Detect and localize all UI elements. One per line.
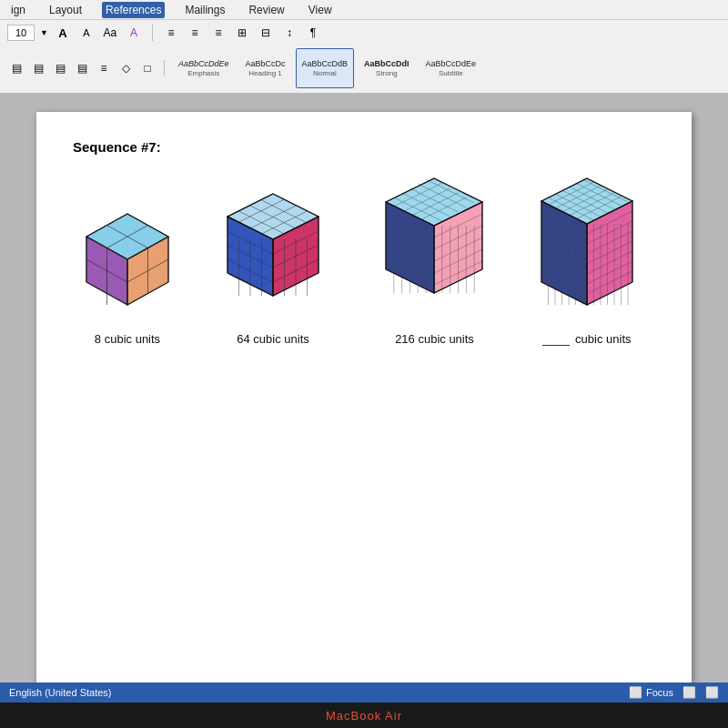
- focus-label: Focus: [646, 687, 673, 698]
- style-normal-preview: AaBbCcDdB: [302, 59, 349, 68]
- list-bullets-btn[interactable]: ≡: [162, 24, 180, 42]
- menu-references[interactable]: References: [102, 2, 165, 18]
- style-subtitle-label: Subtitle: [439, 69, 463, 77]
- menu-layout[interactable]: Layout: [46, 2, 86, 18]
- cubes-row: 8 cubic units: [73, 173, 655, 346]
- font-grow-btn[interactable]: A: [54, 24, 72, 42]
- focus-icon: ⬜: [629, 686, 642, 699]
- cube-label-3: 216 cubic units: [395, 332, 474, 346]
- document-area: Sequence #7:: [0, 94, 728, 682]
- shading-btn[interactable]: ◇: [116, 59, 135, 77]
- menu-ign[interactable]: ign: [7, 2, 29, 18]
- document-page: Sequence #7:: [36, 112, 692, 682]
- sep2: [164, 60, 165, 76]
- status-bar: English (United States) ⬜ Focus ⬜ ⬜: [0, 682, 728, 703]
- font-shrink-btn[interactable]: A: [77, 24, 96, 42]
- macbook-bar: MacBook Air: [0, 703, 728, 728]
- cube-svg-4: [532, 173, 642, 323]
- list-style-btn[interactable]: ≡: [95, 59, 113, 77]
- styles-row: ▤ ▤ ▤ ▤ ≡ ◇ □ AaBbCcDdEe Emphasis AaBbCc…: [0, 46, 728, 93]
- style-strong-preview: AaBbCcDdI: [364, 59, 410, 68]
- style-emphasis-preview: AaBbCcDdEe: [178, 59, 229, 68]
- macbook-label: MacBook Air: [326, 709, 402, 723]
- style-emphasis[interactable]: AaBbCcDdEe Emphasis: [172, 48, 236, 88]
- menu-review[interactable]: Review: [245, 2, 288, 18]
- borders-btn[interactable]: □: [138, 59, 157, 77]
- sort-btn[interactable]: ↕: [280, 24, 298, 42]
- style-heading1-label: Heading 1: [248, 69, 281, 77]
- zoom-icon[interactable]: ⬜: [705, 686, 719, 699]
- style-strong[interactable]: AaBbCcDdI Strong: [358, 48, 416, 88]
- menu-view[interactable]: View: [305, 2, 336, 18]
- cube-label-2: 64 cubic units: [237, 332, 309, 346]
- cubic-units-text: cubic units: [575, 332, 631, 346]
- cube-label-4: cubic units: [542, 332, 631, 346]
- status-language: English (United States): [9, 687, 112, 698]
- list-indent-btn[interactable]: ≡: [209, 24, 228, 42]
- font-size-box[interactable]: 10: [7, 25, 35, 41]
- cube-item-3: 216 cubic units: [364, 173, 505, 346]
- font-size-caret[interactable]: ▼: [40, 28, 48, 37]
- menu-bar: ign Layout References Mailings Review Vi…: [0, 0, 728, 20]
- cube-item-1: 8 cubic units: [73, 205, 182, 346]
- font-clear-btn[interactable]: A: [125, 24, 143, 42]
- style-emphasis-label: Emphasis: [187, 69, 219, 77]
- align-right-btn[interactable]: ▤: [51, 59, 69, 77]
- style-normal[interactable]: AaBbCcDdB Normal: [296, 48, 355, 88]
- style-subtitle[interactable]: AaBbCcDdEe Subtitle: [420, 48, 483, 88]
- cube-svg-3: [364, 173, 505, 323]
- style-normal-label: Normal: [313, 69, 337, 77]
- pilcrow-btn[interactable]: ¶: [304, 24, 322, 42]
- focus-button[interactable]: ⬜ Focus: [629, 686, 673, 699]
- cube-svg-2: [209, 187, 337, 323]
- page-view-icon[interactable]: ⬜: [682, 686, 696, 699]
- cube-item-4: cubic units: [532, 173, 642, 346]
- font-aa-btn[interactable]: Aa: [101, 24, 119, 42]
- indent-increase-btn[interactable]: ⊞: [233, 24, 251, 42]
- blank-line: [542, 345, 570, 346]
- status-right: ⬜ Focus ⬜ ⬜: [629, 686, 719, 699]
- sep1: [152, 25, 153, 41]
- menu-mailings[interactable]: Mailings: [181, 2, 228, 18]
- toolbar-row1: 10 ▼ A A Aa A ≡ ≡ ≡ ⊞ ⊟ ↕ ¶: [0, 20, 728, 46]
- font-size-value: 10: [15, 27, 26, 38]
- list-num-btn[interactable]: ≡: [186, 24, 204, 42]
- cube-label-1: 8 cubic units: [95, 332, 160, 346]
- style-heading1-preview: AaBbCcDc: [246, 59, 286, 68]
- style-subtitle-preview: AaBbCcDdEe: [426, 59, 477, 68]
- align-center-btn[interactable]: ▤: [29, 59, 47, 77]
- style-heading1[interactable]: AaBbCcDc Heading 1: [239, 48, 292, 88]
- cube-item-2: 64 cubic units: [209, 187, 337, 346]
- cube-svg-1: [73, 205, 182, 323]
- toolbar-area: 10 ▼ A A Aa A ≡ ≡ ≡ ⊞ ⊟ ↕ ¶ ▤ ▤ ▤ ▤ ≡ ◇ …: [0, 20, 728, 94]
- style-strong-label: Strong: [376, 69, 398, 77]
- align-justify-btn[interactable]: ▤: [73, 59, 91, 77]
- align-left-btn[interactable]: ▤: [7, 59, 25, 77]
- sequence-title: Sequence #7:: [73, 139, 655, 155]
- indent-decrease-btn[interactable]: ⊟: [257, 24, 275, 42]
